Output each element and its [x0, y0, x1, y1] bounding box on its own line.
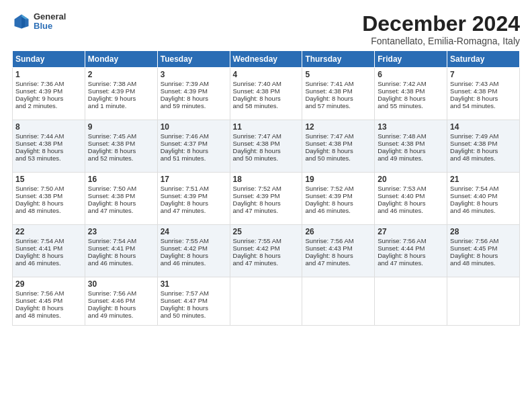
cell-line: and 50 minutes. — [161, 312, 227, 319]
day-number: 10 — [161, 122, 227, 132]
cell-line: and 46 minutes. — [450, 207, 517, 214]
calendar-cell — [230, 277, 302, 326]
cell-line: Sunset: 4:39 PM — [233, 192, 300, 199]
cell-line: Sunrise: 7:53 AM — [378, 185, 444, 192]
day-number: 3 — [161, 70, 227, 79]
cell-line: Sunrise: 7:56 AM — [88, 289, 154, 297]
cell-line: Sunrise: 7:56 AM — [15, 289, 82, 297]
cell-line: Sunset: 4:46 PM — [88, 297, 154, 304]
cell-line: Sunrise: 7:50 AM — [88, 185, 154, 192]
cell-line: and 46 minutes. — [378, 207, 444, 214]
cell-line: Daylight: 8 hours — [161, 147, 227, 154]
calendar-cell: 28Sunrise: 7:56 AMSunset: 4:45 PMDayligh… — [447, 225, 520, 277]
cell-line: and 1 minute. — [88, 102, 154, 109]
cell-line: Sunrise: 7:48 AM — [378, 132, 444, 140]
calendar-cell: 21Sunrise: 7:54 AMSunset: 4:40 PMDayligh… — [447, 173, 520, 225]
cell-line: Sunset: 4:41 PM — [88, 244, 154, 252]
cell-line: Daylight: 9 hours — [88, 95, 154, 102]
col-header-wednesday: Wednesday — [230, 51, 302, 68]
cell-line: Sunrise: 7:36 AM — [15, 80, 82, 87]
day-number: 6 — [378, 70, 444, 79]
cell-line: Daylight: 8 hours — [15, 147, 82, 154]
cell-line: Daylight: 8 hours — [450, 95, 517, 102]
cell-line: Sunrise: 7:50 AM — [15, 185, 82, 192]
calendar-cell: 14Sunrise: 7:49 AMSunset: 4:38 PMDayligh… — [447, 120, 520, 173]
cell-line: Daylight: 8 hours — [88, 304, 154, 312]
calendar-cell: 5Sunrise: 7:41 AMSunset: 4:38 PMDaylight… — [302, 68, 375, 120]
cell-line: Sunrise: 7:45 AM — [88, 132, 154, 140]
calendar-cell: 12Sunrise: 7:47 AMSunset: 4:38 PMDayligh… — [302, 120, 375, 173]
calendar-cell: 15Sunrise: 7:50 AMSunset: 4:38 PMDayligh… — [13, 173, 85, 225]
week-row-4: 22Sunrise: 7:54 AMSunset: 4:41 PMDayligh… — [13, 225, 520, 277]
week-row-1: 1Sunrise: 7:36 AMSunset: 4:39 PMDaylight… — [13, 68, 520, 120]
cell-line: Sunrise: 7:56 AM — [450, 237, 517, 244]
day-number: 4 — [233, 70, 300, 79]
calendar-cell: 23Sunrise: 7:54 AMSunset: 4:41 PMDayligh… — [85, 225, 157, 277]
cell-line: Sunset: 4:39 PM — [305, 192, 371, 199]
cell-line: Sunset: 4:42 PM — [161, 244, 227, 252]
cell-line: Sunrise: 7:54 AM — [88, 237, 154, 244]
cell-line: Sunrise: 7:56 AM — [305, 237, 371, 244]
col-header-monday: Monday — [85, 51, 157, 68]
cell-line: and 58 minutes. — [233, 102, 300, 109]
cell-line: Sunrise: 7:42 AM — [378, 80, 444, 87]
cell-line: Sunset: 4:40 PM — [450, 192, 517, 199]
cell-line: Daylight: 8 hours — [161, 199, 227, 207]
header: General Blue December 2024 Fontanellato,… — [12, 12, 520, 46]
calendar-cell: 11Sunrise: 7:47 AMSunset: 4:38 PMDayligh… — [230, 120, 302, 173]
cell-line: and 50 minutes. — [305, 154, 371, 162]
cell-line: Sunrise: 7:38 AM — [88, 80, 154, 87]
calendar-cell — [447, 277, 520, 326]
calendar-table: SundayMondayTuesdayWednesdayThursdayFrid… — [12, 50, 520, 326]
cell-line: Sunrise: 7:47 AM — [233, 132, 300, 140]
cell-line: Sunset: 4:38 PM — [305, 87, 371, 95]
cell-line: Sunrise: 7:56 AM — [378, 237, 444, 244]
cell-line: Sunset: 4:40 PM — [378, 192, 444, 199]
col-header-sunday: Sunday — [13, 51, 85, 68]
cell-line: and 48 minutes. — [15, 312, 82, 319]
cell-line: Daylight: 8 hours — [378, 147, 444, 154]
week-row-2: 8Sunrise: 7:44 AMSunset: 4:38 PMDaylight… — [13, 120, 520, 173]
cell-line: and 55 minutes. — [378, 102, 444, 109]
cell-line: Daylight: 9 hours — [15, 95, 82, 102]
cell-line: Sunset: 4:38 PM — [450, 87, 517, 95]
cell-line: Daylight: 8 hours — [15, 252, 82, 259]
calendar-cell: 18Sunrise: 7:52 AMSunset: 4:39 PMDayligh… — [230, 173, 302, 225]
cell-line: Sunset: 4:42 PM — [233, 244, 300, 252]
cell-line: and 46 minutes. — [15, 259, 82, 267]
cell-line: Daylight: 8 hours — [161, 304, 227, 312]
day-number: 25 — [233, 227, 300, 236]
cell-line: and 47 minutes. — [88, 207, 154, 214]
cell-line: Sunrise: 7:54 AM — [450, 185, 517, 192]
calendar-cell: 2Sunrise: 7:38 AMSunset: 4:39 PMDaylight… — [85, 68, 157, 120]
logo: General Blue — [12, 12, 66, 32]
calendar-cell: 29Sunrise: 7:56 AMSunset: 4:45 PMDayligh… — [13, 277, 85, 326]
calendar-cell: 1Sunrise: 7:36 AMSunset: 4:39 PMDaylight… — [13, 68, 85, 120]
cell-line: and 49 minutes. — [378, 154, 444, 162]
cell-line: Sunrise: 7:44 AM — [15, 132, 82, 140]
cell-line: Sunset: 4:38 PM — [378, 87, 444, 95]
cell-line: and 50 minutes. — [233, 154, 300, 162]
calendar-cell: 7Sunrise: 7:43 AMSunset: 4:38 PMDaylight… — [447, 68, 520, 120]
day-number: 2 — [88, 70, 154, 79]
day-number: 9 — [88, 122, 154, 132]
cell-line: Sunrise: 7:47 AM — [305, 132, 371, 140]
cell-line: Daylight: 8 hours — [233, 147, 300, 154]
calendar-cell: 16Sunrise: 7:50 AMSunset: 4:38 PMDayligh… — [85, 173, 157, 225]
logo-icon — [12, 12, 31, 31]
day-number: 8 — [15, 122, 82, 132]
day-number: 14 — [450, 122, 517, 132]
cell-line: Sunset: 4:38 PM — [450, 140, 517, 147]
header-row: SundayMondayTuesdayWednesdayThursdayFrid… — [13, 51, 520, 68]
calendar-cell: 4Sunrise: 7:40 AMSunset: 4:38 PMDaylight… — [230, 68, 302, 120]
cell-line: Daylight: 8 hours — [88, 252, 154, 259]
cell-line: Sunset: 4:41 PM — [15, 244, 82, 252]
cell-line: Daylight: 8 hours — [378, 199, 444, 207]
calendar-cell: 13Sunrise: 7:48 AMSunset: 4:38 PMDayligh… — [375, 120, 447, 173]
cell-line: Sunrise: 7:52 AM — [233, 185, 300, 192]
cell-line: and 47 minutes. — [233, 207, 300, 214]
cell-line: Daylight: 8 hours — [88, 199, 154, 207]
day-number: 7 — [450, 70, 517, 79]
cell-line: Sunrise: 7:41 AM — [305, 80, 371, 87]
cell-line: Sunset: 4:39 PM — [15, 87, 82, 95]
